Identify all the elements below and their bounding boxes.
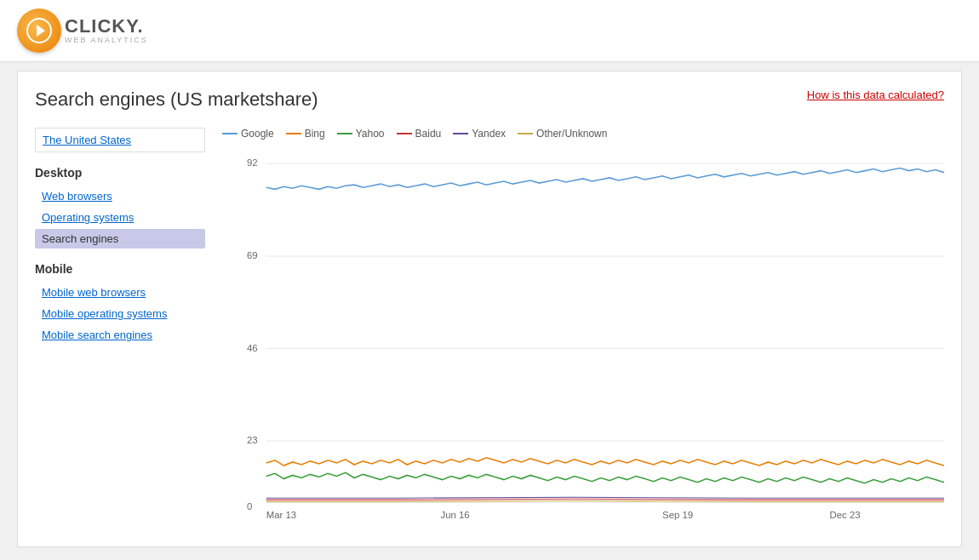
how-calculated-link[interactable]: How is this data calculated? [807,89,944,101]
page-header: Search engines (US marketshare) How is t… [35,89,944,111]
x-label-dec: Dec 23 [830,510,861,520]
legend-line-yahoo [337,133,352,134]
legend-label-bing: Bing [305,128,325,140]
logo-brand: CLICKY. [65,16,148,37]
sidebar-item-mobile-search-engines[interactable]: Mobile search engines [35,325,205,345]
chart-legend: GoogleBingYahooBaiduYandexOther/Unknown [222,128,944,140]
desktop-section-title: Desktop [35,166,205,180]
legend-label-yandex: Yandex [472,128,506,140]
x-label-sep: Sep 19 [662,510,693,520]
main-content: Search engines (US marketshare) How is t… [17,71,962,547]
legend-item-yandex: Yandex [453,128,506,140]
sidebar: The United States Desktop Web browsers O… [35,128,205,523]
x-label-mar: Mar 13 [266,510,296,520]
y-label-46: 46 [247,343,258,353]
y-label-0: 0 [247,501,252,511]
legend-item-yahoo: Yahoo [337,128,385,140]
page-title: Search engines (US marketshare) [35,89,318,111]
mobile-section-title: Mobile [35,262,205,276]
header: CLICKY. WEB ANALYTICS [0,0,979,62]
legend-line-google [222,133,238,134]
legend-label-yahoo: Yahoo [356,128,385,140]
sidebar-item-search-engines[interactable]: Search engines [35,229,205,249]
legend-item-bing: Bing [286,128,325,140]
legend-label-google: Google [241,128,274,140]
legend-item-google: Google [222,128,274,140]
bing-line [266,458,944,466]
y-label-69: 69 [247,250,258,260]
sidebar-item-operating-systems[interactable]: Operating systems [35,208,205,227]
logo-sub: WEB ANALYTICS [65,37,148,45]
legend-label-baidu: Baidu [415,128,442,140]
yahoo-line [266,472,944,483]
logo-icon [17,9,61,53]
yandex-line [266,497,944,498]
other-line [266,500,944,501]
sidebar-item-web-browsers[interactable]: Web browsers [35,186,205,206]
content-area: The United States Desktop Web browsers O… [35,128,944,523]
chart-area: GoogleBingYahooBaiduYandexOther/Unknown … [222,128,944,523]
svg-marker-1 [37,25,45,37]
legend-line-yandex [453,133,468,134]
google-line [266,169,944,190]
y-label-92: 92 [247,157,258,168]
logo-container: CLICKY. WEB ANALYTICS [17,9,148,53]
chart-svg: 92 69 46 23 0 Mar 13 Jun 16 Sep 19 Dec 2… [222,148,944,523]
legend-label-other/unknown: Other/Unknown [536,128,607,140]
logo-text-container: CLICKY. WEB ANALYTICS [65,16,148,45]
legend-item-other/unknown: Other/Unknown [518,128,607,140]
baidu-line [266,499,944,500]
x-label-jun: Jun 16 [440,510,469,520]
y-label-23: 23 [247,435,258,445]
chart-wrapper: 92 69 46 23 0 Mar 13 Jun 16 Sep 19 Dec 2… [222,148,944,523]
legend-line-other/unknown [518,133,533,134]
legend-line-baidu [397,133,412,134]
region-link[interactable]: The United States [35,128,205,152]
legend-item-baidu: Baidu [397,128,442,140]
sidebar-item-mobile-web-browsers[interactable]: Mobile web browsers [35,283,205,302]
legend-line-bing [286,133,301,134]
sidebar-item-mobile-operating-systems[interactable]: Mobile operating systems [35,304,205,323]
